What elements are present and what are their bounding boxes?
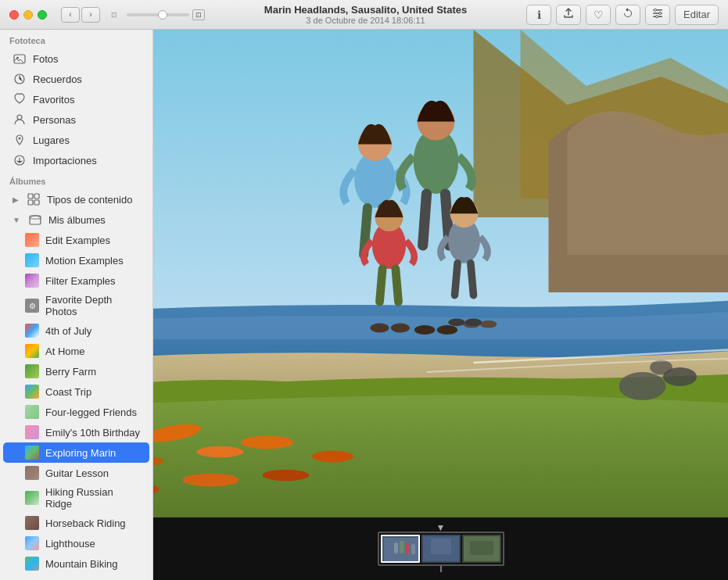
svg-point-20 <box>197 446 244 457</box>
rotate-button[interactable] <box>615 5 640 25</box>
traffic-lights <box>9 10 47 20</box>
svg-point-3 <box>654 9 657 11</box>
sidebar-item-coast-trip[interactable]: Coast Trip <box>3 381 149 402</box>
svg-rect-51 <box>411 544 415 554</box>
svg-point-44 <box>448 319 465 327</box>
zoom-slider-thumb[interactable] <box>158 10 167 20</box>
sidebar-item-berry-farm[interactable]: Berry Farm <box>3 361 149 381</box>
tipos-label: Tipos de contenido <box>47 194 132 206</box>
info-button[interactable]: ℹ <box>526 5 551 25</box>
main-photo[interactable] <box>153 30 728 517</box>
svg-point-41 <box>437 325 457 335</box>
guitar-lesson-thumb <box>25 466 39 480</box>
recuerdos-label: Recuerdos <box>33 73 82 85</box>
recuerdos-icon <box>13 72 27 86</box>
sidebar-item-filter-examples[interactable]: Filter Examples <box>3 270 149 291</box>
close-button[interactable] <box>9 10 19 20</box>
favoritos-icon <box>13 92 27 106</box>
sidebar-item-hiking-russian[interactable]: Hiking Russian Ridge <box>3 483 149 513</box>
filmstrip: ▼ <box>153 517 728 580</box>
sidebar-item-guitar-lesson[interactable]: Guitar Lesson <box>3 463 149 483</box>
titlebar-center: Marin Headlands, Sausalito, United State… <box>205 4 526 25</box>
forward-button[interactable]: › <box>81 7 100 23</box>
4th-of-july-thumb <box>25 324 39 338</box>
sidebar: Fototeca Fotos Recuerdos Favoritos Perso… <box>0 30 153 580</box>
edit-examples-label: Edit Examples <box>45 235 110 246</box>
berry-farm-label: Berry Farm <box>45 366 96 378</box>
sidebar-item-horseback-riding[interactable]: Horseback Riding <box>3 513 149 533</box>
adjust-button[interactable] <box>645 5 670 25</box>
sidebar-item-fotos[interactable]: Fotos <box>3 48 149 69</box>
sidebar-item-four-legged[interactable]: Four-legged Friends <box>3 402 149 422</box>
at-home-thumb <box>25 344 39 358</box>
photo-scene-svg <box>153 30 728 517</box>
svg-rect-54 <box>431 539 451 554</box>
filmstrip-thumb-2[interactable] <box>421 535 461 563</box>
back-button[interactable]: ‹ <box>61 7 80 23</box>
share-button[interactable] <box>556 5 581 25</box>
svg-point-4 <box>659 13 662 15</box>
maximize-button[interactable] <box>38 10 47 20</box>
svg-point-29 <box>650 360 672 374</box>
share-icon <box>563 8 574 21</box>
horseback-riding-label: Horseback Riding <box>45 517 126 529</box>
filmstrip-thumb-3[interactable] <box>462 535 501 563</box>
sidebar-item-edit-examples[interactable]: Edit Examples <box>3 230 149 250</box>
sidebar-item-mountain-biking[interactable]: Mountain Biking <box>3 553 149 574</box>
svg-point-22 <box>241 436 293 449</box>
sidebar-item-exploring-marin[interactable]: Exploring Marin <box>3 442 149 463</box>
sidebar-item-favorite-depth[interactable]: ⚙ Favorite Depth Photos <box>3 291 149 320</box>
library-header: Fototeca <box>0 30 152 48</box>
svg-point-27 <box>619 372 666 400</box>
edit-label: Editar <box>683 9 710 20</box>
sidebar-item-4th-of-july[interactable]: 4th of July <box>3 320 149 341</box>
filter-examples-label: Filter Examples <box>45 275 116 287</box>
svg-rect-15 <box>34 200 39 205</box>
mis-albumes-label: Mis álbumes <box>48 214 106 226</box>
filmstrip-thumb-1[interactable] <box>381 535 420 563</box>
favorite-depth-thumb: ⚙ <box>25 299 39 313</box>
emilys-birthday-thumb <box>25 425 39 439</box>
at-home-label: At Home <box>45 345 85 357</box>
disclosure-icon-mis-albumes: ▼ <box>13 216 20 224</box>
svg-point-38 <box>371 324 389 333</box>
titlebar-left: ‹ › ⊡ ⊡ <box>9 7 205 23</box>
photo-area: ▼ <box>153 30 728 580</box>
sidebar-item-lighthouse[interactable]: Lighthouse <box>3 533 149 553</box>
fotos-icon <box>13 52 27 66</box>
motion-examples-label: Motion Examples <box>45 255 124 267</box>
sidebar-item-recuerdos[interactable]: Recuerdos <box>3 69 149 89</box>
sidebar-item-lugares[interactable]: Lugares <box>3 130 149 150</box>
favoritos-label: Favoritos <box>33 94 74 106</box>
edit-examples-thumb <box>25 233 39 247</box>
minimize-button[interactable] <box>23 10 33 20</box>
berry-farm-thumb <box>25 364 39 378</box>
sidebar-item-personas[interactable]: Personas <box>3 109 149 130</box>
rotate-icon <box>622 8 633 21</box>
disclosure-icon-tipos: ▶ <box>13 195 19 204</box>
hiking-russian-thumb <box>25 491 39 505</box>
edit-button[interactable]: Editar <box>675 5 719 25</box>
svg-point-39 <box>391 324 410 333</box>
svg-point-23 <box>312 451 353 462</box>
importaciones-label: Importaciones <box>33 155 97 166</box>
lighthouse-label: Lighthouse <box>45 538 95 550</box>
favorite-button[interactable]: ♡ <box>586 5 611 25</box>
personas-icon <box>13 113 27 127</box>
photo-subtitle: 3 de Octubre de 2014 18:06:11 <box>205 16 526 25</box>
photo-title: Marin Headlands, Sausalito, United State… <box>205 4 526 16</box>
albums-header: Álbumes <box>0 170 152 189</box>
lugares-icon <box>13 133 27 147</box>
sidebar-item-favoritos[interactable]: Favoritos <box>3 89 149 109</box>
sidebar-item-tipos[interactable]: ▶ Tipos de contenido <box>3 189 149 209</box>
sidebar-item-at-home[interactable]: At Home <box>3 341 149 361</box>
svg-rect-13 <box>34 194 39 199</box>
sidebar-item-mis-albumes[interactable]: ▼ Mis álbumes <box>3 209 149 230</box>
sidebar-item-emilys-birthday[interactable]: Emily's 10th Birthday <box>3 422 149 442</box>
hiking-russian-label: Hiking Russian Ridge <box>45 486 140 510</box>
zoom-slider[interactable] <box>127 13 189 16</box>
exploring-marin-thumb <box>25 446 39 460</box>
sidebar-item-importaciones[interactable]: Importaciones <box>3 150 149 170</box>
sidebar-item-motion-examples[interactable]: Motion Examples <box>3 250 149 270</box>
filmstrip-arrow: ▼ <box>436 522 446 533</box>
